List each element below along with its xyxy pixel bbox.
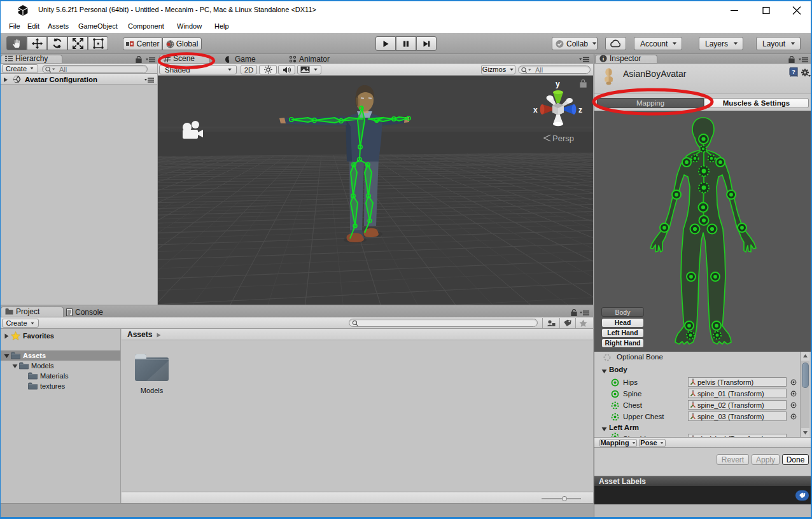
svg-text:?: ? (792, 69, 795, 75)
svg-text:y: y (556, 80, 560, 88)
svg-text:z: z (578, 106, 582, 114)
svg-text:x: x (533, 106, 538, 114)
svg-text:Persp: Persp (552, 134, 574, 143)
